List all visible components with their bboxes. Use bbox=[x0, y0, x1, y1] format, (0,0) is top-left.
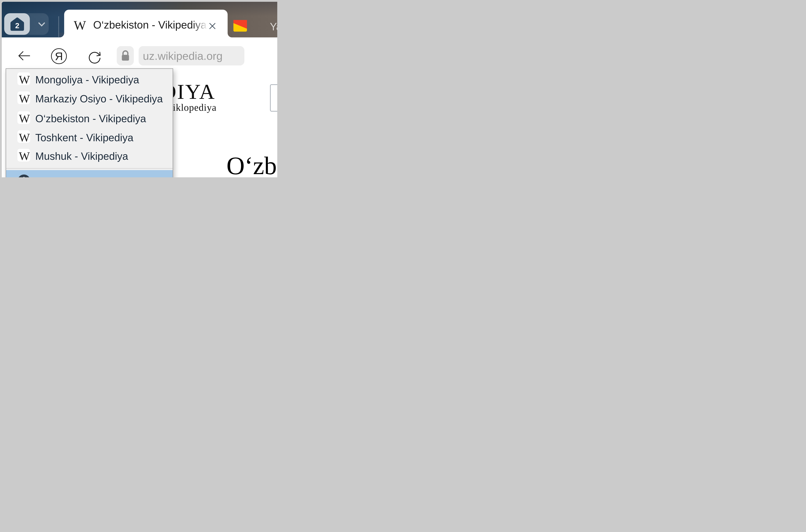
svg-text:W: W bbox=[74, 20, 86, 31]
svg-text:2: 2 bbox=[15, 21, 19, 30]
svg-text:Я: Я bbox=[55, 50, 63, 62]
